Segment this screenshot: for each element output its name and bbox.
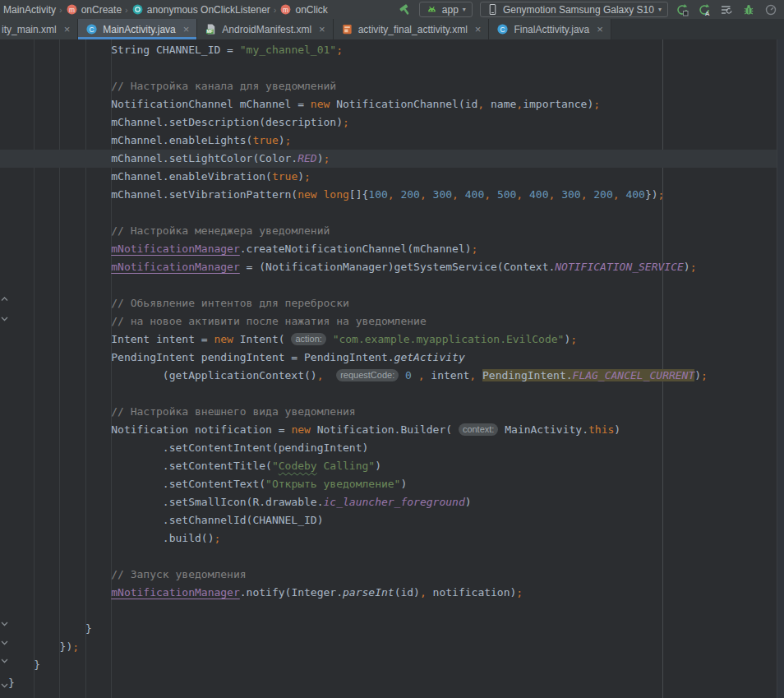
code-line[interactable]: // на новое активити после нажатия на ув… — [0, 312, 784, 331]
code-line[interactable]: } — [0, 656, 784, 674]
code-line[interactable] — [0, 204, 784, 222]
code-line[interactable]: }); — [0, 638, 784, 656]
code-line[interactable]: Notification notification = new Notifica… — [0, 421, 784, 439]
code-line[interactable]: mNotificationManager = (NotificationMana… — [0, 258, 784, 276]
run-config-label: app — [442, 4, 459, 16]
editor-scrollbar[interactable] — [777, 39, 784, 698]
fold-marker-icon[interactable] — [1, 658, 9, 664]
toolbar-right: app ▾ Genymotion Samsung Galaxy S10 ▾ A — [399, 2, 777, 17]
method-icon: m — [279, 3, 292, 16]
fold-marker-icon[interactable] — [1, 640, 9, 646]
code-line[interactable]: .build(); — [0, 529, 784, 548]
code-line[interactable] — [0, 385, 784, 403]
hammer-icon — [399, 3, 412, 16]
tab-label: FinalActtivity.java — [514, 24, 589, 35]
close-icon[interactable]: × — [64, 24, 71, 35]
editor-gutter — [0, 39, 10, 698]
rerun-icon — [676, 3, 689, 16]
editor-tab-bar: ity_main.xml×CMainActivity.java×MFAndroi… — [0, 19, 784, 39]
tab-label: activity_final_acttivity.xml — [358, 24, 468, 35]
code-line[interactable]: PendingIntent pendingIntent = PendingInt… — [0, 349, 784, 367]
apply-changes-icon: A — [698, 3, 711, 16]
code-lines: String CHANNEL_ID = "my_channel_01"; // … — [0, 41, 784, 692]
tab-label: MainActivity.java — [103, 24, 175, 35]
breadcrumb-item[interactable]: anonymous OnClickListener — [130, 3, 272, 16]
editor-tab[interactable]: MFAndroidManifest.xml× — [197, 19, 333, 39]
code-line[interactable]: // Обьявление интентов для переброски — [0, 294, 784, 312]
profiler-button[interactable] — [764, 3, 777, 16]
code-line[interactable]: mChannel.enableLights(true); — [0, 132, 784, 150]
code-line[interactable]: .setContentText("Открыть уведомление") — [0, 475, 784, 493]
code-line[interactable]: .setSmallIcon(R.drawable.ic_launcher_for… — [0, 493, 784, 511]
rerun-button[interactable] — [676, 3, 689, 16]
code-line[interactable] — [0, 602, 784, 620]
debug-icon — [742, 3, 755, 16]
code-line[interactable]: mChannel.enableVibration(true); — [0, 168, 784, 186]
editor-tab[interactable]: activity_final_acttivity.xml× — [334, 19, 490, 39]
code-line[interactable]: (getApplicationContext(), requestCode: 0… — [0, 367, 784, 385]
apply-code-changes-icon — [720, 3, 733, 16]
code-line[interactable]: // Настройка менеджера уведомлений — [0, 222, 784, 240]
code-line[interactable] — [0, 548, 784, 566]
code-line[interactable] — [0, 276, 784, 294]
breadcrumb-item[interactable]: MainActivity — [2, 4, 58, 16]
fold-marker-icon[interactable] — [1, 621, 9, 627]
layout-file-icon — [341, 23, 353, 35]
code-line[interactable]: Intent intent = new Intent( action: "com… — [0, 331, 784, 349]
close-icon[interactable]: × — [183, 24, 190, 35]
code-line[interactable]: mNotificationManager.notify(Integer.pars… — [0, 584, 784, 602]
svg-text:C: C — [500, 25, 505, 34]
chevron-down-icon: ▾ — [658, 7, 662, 13]
close-icon[interactable]: × — [319, 24, 325, 35]
breadcrumb-label: onCreate — [81, 4, 122, 16]
svg-text:A: A — [705, 10, 710, 16]
close-icon[interactable]: × — [475, 24, 482, 35]
breadcrumb-item[interactable]: monCreate — [64, 3, 123, 16]
close-icon[interactable]: × — [597, 24, 603, 35]
main-toolbar: MainActivity›monCreate›anonymous OnClick… — [0, 0, 784, 19]
apply-changes-button[interactable]: A — [698, 3, 711, 16]
chevron-down-icon: ▾ — [463, 7, 466, 13]
tab-label: AndroidManifest.xml — [222, 24, 311, 35]
code-line[interactable]: String CHANNEL_ID = "my_channel_01"; — [0, 41, 784, 59]
editor-tab[interactable]: CMainActivity.java× — [78, 19, 197, 39]
code-line[interactable]: // Настройка внешнего вида уведомления — [0, 403, 784, 421]
android-icon — [426, 3, 438, 16]
run-config-selector[interactable]: app ▾ — [419, 2, 473, 17]
tab-label: ity_main.xml — [2, 24, 57, 35]
code-line[interactable]: NotificationChannel mChannel = new Notif… — [0, 95, 784, 113]
fold-marker-icon[interactable] — [1, 682, 9, 689]
code-line[interactable]: // Настройка канала для уведомлений — [0, 77, 784, 95]
editor-tab[interactable]: ity_main.xml× — [0, 19, 78, 39]
code-line[interactable]: } — [0, 674, 784, 692]
device-selector[interactable]: Genymotion Samsung Galaxy S10 ▾ — [480, 2, 668, 17]
code-line[interactable]: // Запуск уведомления — [0, 566, 784, 584]
breadcrumb-label: anonymous OnClickListener — [147, 4, 270, 16]
breadcrumb-item[interactable]: monClick — [278, 3, 329, 16]
code-line[interactable]: mChannel.setVibrationPattern(new long[]{… — [0, 186, 784, 204]
toolbar-actions: A — [676, 3, 777, 16]
code-line[interactable]: } — [0, 620, 784, 638]
fold-marker-icon[interactable] — [1, 316, 9, 322]
editor-tab[interactable]: CFinalActtivity.java× — [489, 19, 611, 39]
code-line[interactable] — [0, 59, 784, 77]
code-line[interactable]: mNotificationManager.createNotificationC… — [0, 240, 784, 258]
svg-text:m: m — [69, 6, 75, 14]
code-line[interactable]: .setChannelId(CHANNEL_ID) — [0, 511, 784, 529]
method-icon: m — [66, 3, 78, 16]
anonymous-class-icon — [131, 3, 144, 16]
apply-code-changes-button[interactable] — [720, 3, 733, 16]
code-editor: String CHANNEL_ID = "my_channel_01"; // … — [0, 39, 784, 698]
code-line[interactable]: .setContentIntent(pendingIntent) — [0, 439, 784, 457]
code-line[interactable]: mChannel.setDescription(description); — [0, 113, 784, 132]
code-line[interactable]: mChannel.setLightColor(Color.RED); — [0, 150, 784, 168]
code-line[interactable]: .setContentTitle("Codeby Calling") — [0, 457, 784, 475]
build-button[interactable] — [399, 3, 412, 16]
java-class-icon: C — [496, 23, 509, 35]
manifest-file-icon: MF — [205, 23, 217, 35]
debug-button[interactable] — [742, 3, 755, 16]
breadcrumb-separator: › — [274, 5, 277, 15]
java-class-icon: C — [85, 23, 98, 35]
fold-marker-icon[interactable] — [1, 296, 9, 303]
breadcrumb-label: onClick — [295, 4, 327, 16]
